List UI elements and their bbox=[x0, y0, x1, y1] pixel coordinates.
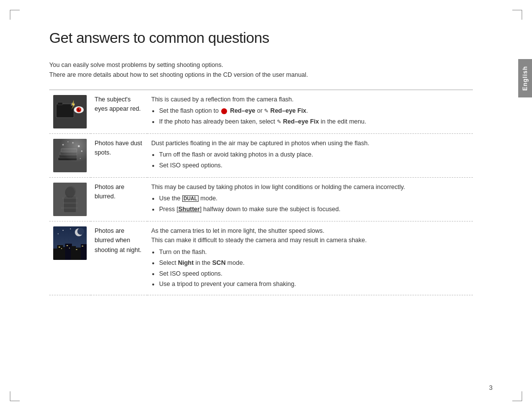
side-tab-label: English bbox=[522, 66, 529, 91]
blurred-illustration bbox=[53, 183, 87, 216]
row2-image bbox=[53, 139, 87, 172]
list-item: If the photo has already been taken, sel… bbox=[159, 117, 469, 126]
table-row: Photos have dust spots. Dust particles f… bbox=[49, 134, 473, 178]
svg-point-25 bbox=[66, 186, 76, 197]
row3-bullets: Use the DUAL mode. Press [Shutter] halfw… bbox=[159, 194, 469, 214]
intro-line1: You can easily solve most problems by se… bbox=[49, 60, 473, 70]
svg-rect-41 bbox=[81, 244, 87, 260]
row2-problem: Photos have dust spots. bbox=[91, 134, 147, 178]
row4-solution: As the camera tries to let in more light… bbox=[147, 221, 473, 295]
list-item: Set ISO speed options. bbox=[159, 161, 469, 170]
row4-bullets: Turn on the flash. Select Night in the S… bbox=[159, 248, 469, 289]
row1-image-cell bbox=[49, 90, 91, 134]
svg-rect-27 bbox=[63, 202, 78, 204]
svg-rect-1 bbox=[56, 104, 74, 118]
table-row: Photos are blurred when shooting at nigh… bbox=[49, 221, 473, 295]
svg-rect-44 bbox=[66, 245, 68, 246]
intro-text: You can easily solve most problems by se… bbox=[49, 60, 473, 80]
svg-rect-28 bbox=[61, 207, 78, 209]
svg-rect-46 bbox=[76, 249, 77, 250]
row3-solution: This may be caused by taking photos in l… bbox=[147, 178, 473, 221]
svg-point-34 bbox=[58, 233, 59, 234]
svg-point-32 bbox=[63, 230, 64, 231]
row4-image bbox=[53, 226, 87, 260]
dust-illustration bbox=[53, 139, 87, 172]
svg-point-8 bbox=[79, 109, 80, 110]
redeye-illustration bbox=[53, 95, 87, 128]
list-item: Set ISO speed options. bbox=[159, 269, 469, 279]
side-tab: English bbox=[518, 59, 532, 97]
svg-rect-45 bbox=[69, 248, 70, 249]
list-item: Turn off the flash or avoid taking photo… bbox=[159, 150, 469, 159]
corner-mark-tl bbox=[10, 10, 20, 20]
row3-image bbox=[53, 183, 87, 216]
corner-mark-br bbox=[512, 391, 522, 401]
svg-rect-2 bbox=[58, 102, 63, 105]
corner-mark-bl bbox=[10, 391, 20, 401]
list-item: Select Night in the SCN mode. bbox=[159, 258, 469, 268]
dual-icon: DUAL bbox=[182, 195, 199, 202]
svg-point-31 bbox=[77, 228, 84, 235]
redeye-icon bbox=[221, 108, 227, 114]
svg-rect-42 bbox=[59, 247, 60, 248]
svg-rect-26 bbox=[62, 197, 78, 199]
svg-rect-43 bbox=[61, 248, 62, 249]
row3-problem: Photos are blurred. bbox=[91, 178, 147, 221]
intro-line2: There are more details about how to set … bbox=[49, 70, 473, 80]
table-row: Photos are blurred. This may be caused b… bbox=[49, 178, 473, 221]
list-item: Use a tripod to prevent your camera from… bbox=[159, 280, 469, 289]
row1-bullets: Set the flash option to Red–eye or ✎ Red… bbox=[159, 106, 469, 126]
main-content: Get answers to common questions You can … bbox=[49, 30, 493, 295]
night-illustration bbox=[53, 226, 87, 260]
svg-rect-38 bbox=[65, 244, 72, 260]
page-container: English 3 Get answers to common question… bbox=[0, 0, 532, 411]
row4-problem: Photos are blurred when shooting at nigh… bbox=[91, 221, 147, 295]
svg-point-33 bbox=[70, 228, 71, 229]
row2-solution: Dust particles floating in the air may b… bbox=[147, 134, 473, 178]
row4-image-cell bbox=[49, 221, 91, 295]
row1-image bbox=[53, 95, 87, 128]
row1-problem: The subject's eyes appear red. bbox=[91, 90, 147, 134]
row2-image-cell bbox=[49, 134, 91, 178]
svg-rect-47 bbox=[82, 246, 83, 247]
row2-bullets: Turn off the flash or avoid taking photo… bbox=[159, 150, 469, 170]
svg-rect-20 bbox=[53, 139, 87, 172]
list-item: Turn on the flash. bbox=[159, 248, 469, 257]
faq-table: The subject's eyes appear red. This is c… bbox=[49, 90, 473, 295]
page-number: 3 bbox=[489, 384, 493, 391]
row1-solution: This is caused by a reflection from the … bbox=[147, 90, 473, 134]
corner-mark-tr bbox=[512, 10, 522, 20]
list-item: Use the DUAL mode. bbox=[159, 194, 469, 203]
list-item: Set the flash option to Red–eye or ✎ Red… bbox=[159, 106, 469, 116]
page-title: Get answers to common questions bbox=[49, 30, 473, 46]
list-item: Press [Shutter] halfway down to make sur… bbox=[159, 205, 469, 214]
row3-image-cell bbox=[49, 178, 91, 221]
table-row: The subject's eyes appear red. This is c… bbox=[49, 90, 473, 134]
